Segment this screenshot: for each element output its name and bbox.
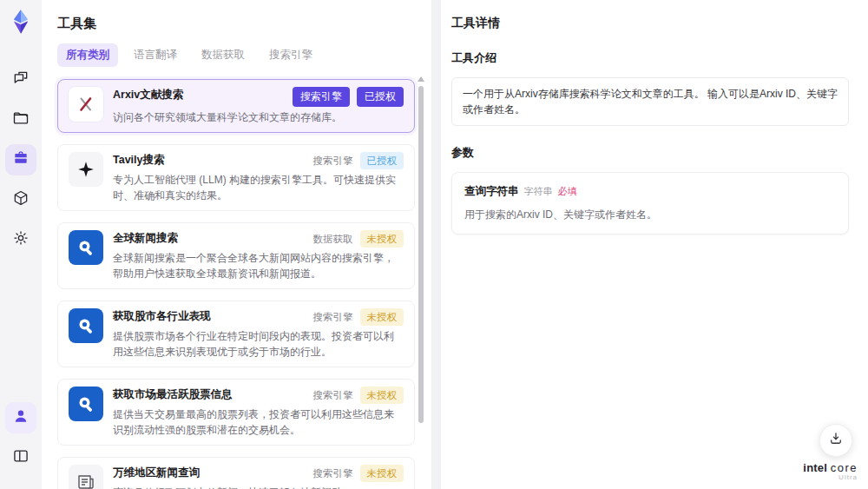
sidebar [0, 0, 42, 489]
sidebar-item-cube[interactable] [5, 184, 36, 215]
parameter-card: 查询字符串 字符串 必填 用于搜索的Arxiv ID、关键字或作者姓名。 [451, 172, 849, 235]
tool-name: Arxiv文献搜索 [113, 87, 183, 103]
tool-name: 获取股市各行业表现 [113, 308, 211, 325]
sidebar-item-toolbox[interactable] [5, 144, 36, 175]
intel-wordmark: intel [803, 461, 827, 474]
auth-status-badge: 未授权 [360, 230, 404, 248]
tool-card-active-stocks[interactable]: 获取市场最活跃股票信息 搜索引擎 未授权 提供当天交易量最高的股票列表，投资者可… [57, 379, 415, 446]
param-description: 用于搜索的Arxiv ID、关键字或作者姓名。 [464, 207, 836, 222]
scroll-up-arrow[interactable] [418, 76, 424, 82]
core-wordmark: core [831, 461, 858, 474]
news-search-icon [69, 230, 103, 265]
sidebar-item-panel-toggle[interactable] [5, 442, 36, 473]
param-type: 字符串 [524, 185, 553, 198]
intro-heading: 工具介绍 [451, 50, 849, 66]
panel-divider [431, 0, 441, 489]
user-icon [12, 407, 30, 428]
category-badge: 搜索引擎 [313, 466, 353, 480]
tool-details-panel: 工具详情 工具介绍 一个用于从Arxiv存储库搜索科学论文和文章的工具。 输入可… [441, 0, 868, 489]
news-search-icon [69, 308, 103, 343]
sidebar-item-settings[interactable] [5, 224, 36, 255]
tool-description: 全球新闻搜索是一个聚合全球各大新闻网站内容的搜索引擎，帮助用户快速获取全球最新资… [113, 250, 404, 281]
tool-description: 专为人工智能代理 (LLM) 构建的搜索引擎工具。可快速提供实时、准确和真实的结… [113, 172, 404, 203]
arxiv-icon [69, 87, 103, 122]
cube-icon [12, 189, 30, 210]
category-badge: 搜索引擎 [313, 154, 353, 168]
tools-panel: 工具集 所有类别 语言翻译 数据获取 搜索引擎 Arxiv文献搜索 [42, 0, 431, 489]
category-badge: 搜索引擎 [293, 87, 350, 107]
chat-icon [12, 69, 30, 90]
download-button[interactable] [819, 424, 852, 457]
tool-name: 获取市场最活跃股票信息 [113, 387, 233, 403]
tool-list: Arxiv文献搜索 搜索引擎 已授权 访问各个研究领域大量科学论文和文章的存储库… [57, 79, 415, 489]
tool-card-regional-news[interactable]: 万维地区新闻查询 搜索引擎 未授权 查询具体行政区划内的新闻，快速了解各地新闻动 [57, 457, 415, 489]
scrollbar-thumb[interactable] [418, 86, 424, 423]
sidebar-item-folder[interactable] [5, 104, 36, 135]
details-title: 工具详情 [451, 16, 849, 31]
sparkle-icon [69, 152, 103, 187]
folder-icon [12, 109, 30, 130]
list-scrollbar[interactable] [418, 76, 424, 476]
tool-name: 万维地区新闻查询 [113, 465, 200, 481]
category-badge: 搜索引擎 [313, 388, 353, 402]
auth-status-badge: 已授权 [357, 87, 404, 107]
tool-name: Tavily搜索 [113, 152, 165, 169]
intel-sub-label: Ultra [803, 474, 858, 482]
tool-description: 提供股票市场各个行业在特定时间段内的表现。投资者可以利用这些信息来识别表现优于或… [113, 328, 404, 360]
params-heading: 参数 [451, 145, 849, 161]
category-tabs: 所有类别 语言翻译 数据获取 搜索引擎 [57, 43, 431, 67]
app-window: 工具集 所有类别 语言翻译 数据获取 搜索引擎 Arxiv文献搜索 [0, 0, 868, 489]
auth-status-badge: 未授权 [360, 387, 404, 404]
auth-status-badge: 未授权 [360, 465, 404, 482]
app-logo [8, 9, 34, 35]
tool-intro-text: 一个用于从Arxiv存储库搜索科学论文和文章的工具。 输入可以是Arxiv ID… [451, 77, 849, 126]
tool-card-tavily[interactable]: Tavily搜索 搜索引擎 已授权 专为人工智能代理 (LLM) 构建的搜索引擎… [57, 144, 415, 211]
tool-description: 访问各个研究领域大量科学论文和文章的存储库。 [113, 109, 404, 125]
tool-card-arxiv[interactable]: Arxiv文献搜索 搜索引擎 已授权 访问各个研究领域大量科学论文和文章的存储库… [57, 79, 415, 133]
tab-language-translation[interactable]: 语言翻译 [125, 43, 186, 67]
download-icon [828, 431, 844, 450]
sidebar-item-user[interactable] [5, 402, 36, 433]
auth-status-badge: 已授权 [360, 152, 404, 169]
tool-name: 全球新闻搜索 [113, 230, 178, 247]
newspaper-icon [69, 465, 103, 489]
tool-description: 提供当天交易量最高的股票列表，投资者可以利用这些信息来识别流动性强的股票和潜在的… [113, 406, 404, 438]
intel-core-logo: intel core Ultra [803, 462, 858, 482]
gear-icon [12, 229, 30, 250]
news-search-icon [69, 387, 103, 421]
category-badge: 搜索引擎 [313, 310, 353, 324]
panel-toggle-icon [12, 447, 30, 468]
tool-card-global-news[interactable]: 全球新闻搜索 数据获取 未授权 全球新闻搜索是一个聚合全球各大新闻网站内容的搜索… [57, 222, 415, 289]
tool-card-stock-sectors[interactable]: 获取股市各行业表现 搜索引擎 未授权 提供股票市场各个行业在特定时间段内的表现。… [57, 301, 415, 367]
auth-status-badge: 未授权 [360, 308, 404, 326]
tab-data-fetching[interactable]: 数据获取 [193, 43, 253, 67]
category-badge: 数据获取 [313, 232, 353, 246]
sidebar-item-chat[interactable] [5, 64, 36, 96]
toolbox-icon [12, 149, 30, 170]
tab-search-engine[interactable]: 搜索引擎 [260, 43, 321, 67]
param-name: 查询字符串 [464, 184, 519, 199]
page-title: 工具集 [57, 16, 431, 32]
tool-description: 查询具体行政区划内的新闻，快速了解各地新闻动 [113, 485, 404, 489]
param-required-flag: 必填 [558, 185, 577, 198]
tab-all-categories[interactable]: 所有类别 [57, 43, 118, 67]
